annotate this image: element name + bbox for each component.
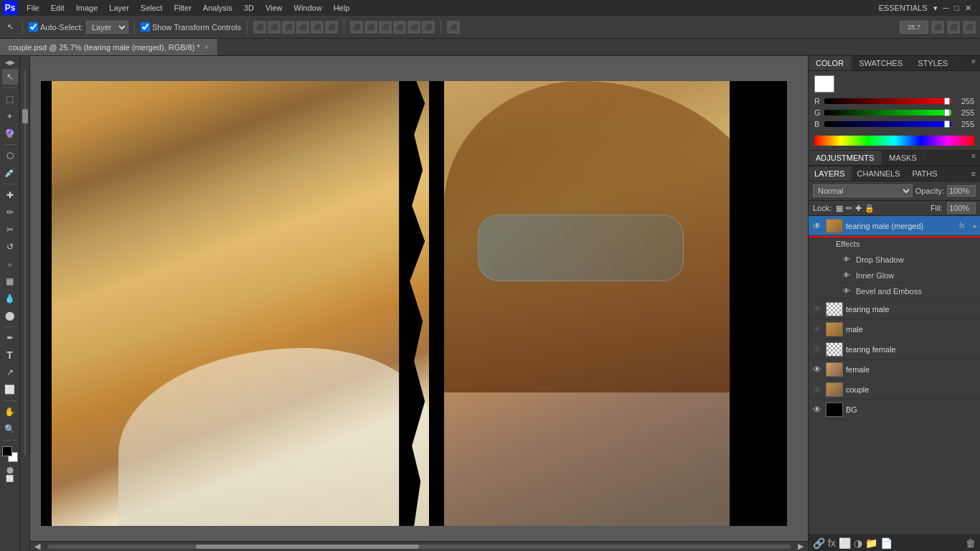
fill-input[interactable] [947,202,976,214]
layer-eye-bg[interactable]: 👁 [811,404,823,415]
lasso-tool[interactable]: ⌖ [2,108,18,124]
close-btn[interactable]: ✕ [965,4,971,13]
selection-tool[interactable]: ⬚ [2,91,18,107]
lock-all-icon[interactable]: 🔒 [864,204,875,213]
blur-tool[interactable]: 💧 [2,291,18,306]
tab-masks[interactable]: MASKS [882,151,925,165]
move-tool-btn[interactable]: ↖ [4,21,17,33]
auto-select-dropdown[interactable]: Layer Group [86,21,128,34]
menu-3d[interactable]: 3D [239,2,259,14]
restore-btn[interactable]: □ [954,4,959,12]
create-layer-btn[interactable]: 📄 [880,537,892,549]
foreground-color-swatch[interactable] [2,446,12,456]
dist-bottom-icon[interactable]: ⬛ [422,21,435,34]
menu-analysis[interactable]: Analysis [198,2,237,14]
layer-tearing-female[interactable]: 👁 tearing female [809,339,980,359]
effect-eye-bevel-emboss[interactable]: 👁 [843,287,850,295]
align-top-icon[interactable]: ⬛ [296,21,309,34]
add-mask-btn[interactable]: ⬜ [839,537,851,549]
green-slider-thumb[interactable] [944,109,950,116]
scrollbar-thumb[interactable] [196,545,419,549]
layers-panel-collapse[interactable]: ≡ [967,166,980,181]
layer-eye-tearing-female[interactable]: 👁 [811,344,823,355]
layer-bg[interactable]: 👁 BG [809,400,980,420]
adj-panel-collapse[interactable]: ≡ [967,151,980,165]
layer-tearing-male[interactable]: 👁 tearing male [809,299,980,319]
color-spectrum-bar[interactable] [814,136,974,146]
menu-file[interactable]: File [22,2,44,14]
quick-mask-btn[interactable]: ⬤ [6,466,14,474]
dodge-tool[interactable]: ⬤ [2,308,18,324]
tab-layers[interactable]: LAYERS [809,166,852,181]
tab-styles[interactable]: STYLES [910,56,956,70]
horizontal-scrollbar[interactable]: ◀ ▶ [30,541,808,551]
pen-tool[interactable]: ✒ [2,330,18,346]
layer-effect-bevel-emboss[interactable]: 👁 Bevel and Emboss [809,283,980,299]
minimize-btn[interactable]: ─ [943,4,949,12]
crop-tool[interactable]: ⬡ [2,148,18,164]
layer-male[interactable]: 👁 male [809,319,980,339]
dist-center-v-icon[interactable]: ⬛ [407,21,420,34]
delete-layer-btn[interactable]: 🗑 [966,537,976,549]
layer-eye-female[interactable]: 👁 [811,364,823,375]
blue-slider-thumb[interactable] [944,121,950,128]
history-brush-tool[interactable]: ↺ [2,239,18,255]
link-layers-btn[interactable]: 🔗 [813,537,825,549]
blend-mode-select[interactable]: Normal Multiply Screen Overlay [813,184,913,197]
toolbox-collapse-icon[interactable]: ◀▶ [5,59,15,66]
document-tab[interactable]: couple.psd @ 25.7% (tearing male (merged… [0,39,218,55]
menu-help[interactable]: Help [329,2,355,14]
canvas-options-icon[interactable]: ⬛ [931,21,944,34]
quick-select-tool[interactable]: 🔮 [2,126,18,141]
layer-list[interactable]: 👁 tearing male (merged) fx ▸ Effects 👁 D… [809,216,980,534]
lock-transparency-icon[interactable]: ▦ [836,204,843,213]
brush-tool[interactable]: ✏ [2,204,18,220]
tab-paths[interactable]: PATHS [907,166,944,181]
zoom-level-box[interactable]: 25.7 [900,21,928,34]
menu-edit[interactable]: Edit [46,2,70,14]
layer-female[interactable]: 👁 female [809,359,980,380]
menu-image[interactable]: Image [71,2,103,14]
clone-tool[interactable]: ✂ [2,222,18,237]
align-center-v-icon[interactable]: ⬛ [311,21,324,34]
layer-effect-inner-glow[interactable]: 👁 Inner Glow [809,268,980,283]
extras-icon[interactable]: ⬛ [963,21,976,34]
screen-mode-icon[interactable]: ⬛ [947,21,960,34]
eraser-tool[interactable]: ⬦ [2,256,18,272]
layer-eye-couple[interactable]: 👁 [811,384,823,395]
effect-eye-drop-shadow[interactable]: 👁 [843,255,850,263]
tab-color[interactable]: COLOR [809,56,852,70]
layer-options-icon[interactable]: ▸ [974,222,977,230]
create-group-btn[interactable]: 📁 [865,537,877,549]
eyedropper-tool[interactable]: 💉 [2,165,18,181]
align-center-h-icon[interactable]: ⬛ [268,21,281,34]
tab-close-btn[interactable]: × [204,43,209,51]
screen-mode-btn[interactable]: ⬜ [6,475,14,482]
auto-select-checkbox[interactable] [29,22,38,32]
color-swatches[interactable] [2,446,18,462]
align-bottom-icon[interactable]: ⬛ [325,21,338,34]
show-transform-checkbox[interactable] [141,22,150,32]
scroll-right-btn[interactable]: ▶ [793,542,808,551]
effect-eye-inner-glow[interactable]: 👁 [843,271,850,279]
layer-fx-icon-tearing-male-merged[interactable]: fx [959,222,971,230]
dist-right-icon[interactable]: ⬛ [379,21,392,34]
add-style-btn[interactable]: fx [828,537,836,549]
shape-tool[interactable]: ⬜ [2,382,18,397]
menu-window[interactable]: Window [289,2,327,14]
move-tool[interactable]: ↖ [2,69,18,85]
tab-swatches[interactable]: SWATCHES [852,56,910,70]
scroll-left-btn[interactable]: ◀ [30,542,44,551]
lock-position-icon[interactable]: ✚ [855,204,862,213]
color-panel-collapse[interactable]: ≡ [967,56,980,70]
create-adjustment-btn[interactable]: ◑ [854,537,862,549]
tab-adjustments[interactable]: ADJUSTMENTS [809,151,882,165]
path-select-tool[interactable]: ↗ [2,364,18,380]
type-tool[interactable]: T [2,347,18,363]
layer-tearing-male-merged[interactable]: 👁 tearing male (merged) fx ▸ [809,216,980,236]
dist-top-icon[interactable]: ⬛ [393,21,406,34]
menu-filter[interactable]: Filter [169,2,196,14]
layer-effect-drop-shadow[interactable]: 👁 Drop Shadow [809,252,980,268]
healing-tool[interactable]: ✚ [2,187,18,203]
auto-align-icon[interactable]: ⬛ [447,21,460,34]
